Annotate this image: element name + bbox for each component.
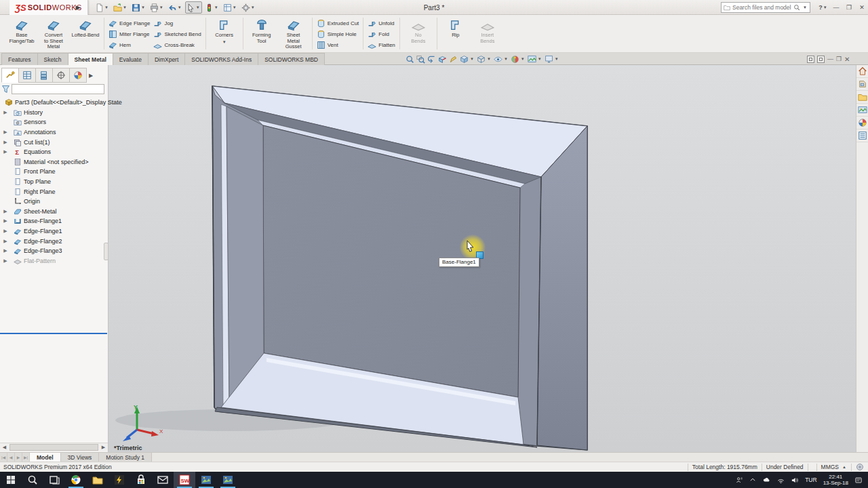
taskbar-solidworks-doc-1-button[interactable] — [195, 472, 217, 488]
tree-item-edge-flange2[interactable]: ▶Edge-Flange2 — [0, 236, 107, 246]
corners-button[interactable]: Corners▼ — [209, 16, 240, 51]
tree-item-origin[interactable]: Origin — [0, 197, 107, 207]
expand-arrow-icon[interactable]: ▶ — [3, 239, 8, 244]
filter-input[interactable] — [12, 84, 104, 94]
onedrive-cloud-icon[interactable] — [762, 476, 771, 484]
tree-item-front[interactable]: Front Plane — [0, 167, 107, 177]
dynamic-annotation-views-button[interactable] — [449, 55, 458, 64]
taskbar-mail-button[interactable] — [152, 472, 174, 488]
people-icon[interactable] — [736, 476, 743, 484]
caret-down-icon[interactable]: ▼ — [159, 5, 163, 9]
filter-funnel-icon[interactable] — [1, 85, 10, 94]
tree-item-history[interactable]: ▶History — [0, 108, 107, 118]
graphics-viewport[interactable]: Y X Base-Flange1 *Trimetric — [108, 65, 856, 452]
hem-button[interactable]: Hem — [107, 40, 151, 50]
flatten-button[interactable]: Flatten — [366, 40, 396, 50]
caret-down-icon[interactable]: ▼ — [123, 5, 127, 9]
file-explorer-button[interactable] — [856, 91, 868, 104]
search-box[interactable]: ▼ — [721, 2, 810, 13]
display-style-button[interactable]: ▼ — [477, 55, 492, 64]
expand-arrow-icon[interactable]: ▶ — [3, 149, 8, 155]
taskbar-microsoft-store-button[interactable] — [130, 472, 152, 488]
view-orientation-button[interactable]: ▼ — [460, 55, 475, 64]
taskbar-start-button[interactable] — [0, 472, 22, 488]
tree-item-sheet-metal[interactable]: ▶Sheet-Metal — [0, 207, 107, 217]
caret-down-icon[interactable]: ▼ — [141, 5, 145, 9]
vent-button[interactable]: Vent — [315, 40, 361, 50]
tree-item-top[interactable]: Top Plane — [0, 177, 107, 187]
volume-icon[interactable] — [791, 476, 799, 484]
tree-item-part3[interactable]: Part3 (Default<<Default>_Display State — [0, 98, 107, 108]
expand-arrow-icon[interactable]: ▶ — [3, 140, 8, 145]
save-button[interactable]: ▼ — [130, 1, 147, 14]
chevron-up-icon[interactable] — [749, 476, 756, 483]
sketched-bend-button[interactable]: Sketched Bend — [152, 29, 202, 39]
unfold-button[interactable]: Unfold — [366, 18, 396, 28]
rollback-bar[interactable] — [0, 333, 107, 334]
panel-tabs-overflow-icon[interactable]: ▶ — [86, 68, 96, 83]
settings-gear-button[interactable]: ▼ — [240, 1, 257, 14]
tab-evaluate[interactable]: Evaluate — [113, 53, 149, 65]
doc-next-icon[interactable] — [817, 56, 825, 63]
tree-item-flat-pattern[interactable]: ▶Flat-Pattern — [0, 256, 107, 266]
tab-solidworks-add-ins[interactable]: SOLIDWORKS Add-Ins — [184, 53, 258, 65]
undo-button[interactable]: ▼ — [167, 1, 184, 14]
tree-item-sensors[interactable]: Sensors — [0, 117, 107, 127]
taskbar-file-explorer-button[interactable] — [87, 472, 108, 488]
panel-tab-displaymanager[interactable] — [69, 68, 87, 83]
appearances-scenes-button[interactable] — [856, 117, 868, 129]
new-document-button[interactable]: ▼ — [94, 1, 111, 14]
tab-dimxpert[interactable]: DimXpert — [148, 53, 185, 65]
tab-motion-study-1[interactable]: Motion Study 1 — [99, 453, 152, 462]
menu-expand-arrow-icon[interactable]: ▶ — [73, 2, 83, 13]
search-scope-icon[interactable] — [724, 4, 730, 11]
caret-down-icon[interactable]: ▼ — [196, 5, 200, 9]
print-button[interactable]: ▼ — [149, 1, 165, 14]
scrollbar-thumb[interactable] — [9, 444, 98, 451]
panel-tab-dimxpertmanager[interactable] — [52, 68, 70, 83]
search-icon[interactable] — [793, 4, 800, 11]
caret-down-icon[interactable]: ▼ — [222, 40, 226, 44]
caret-down-icon[interactable]: ▼ — [251, 5, 255, 9]
close-button[interactable]: ✕ — [856, 2, 868, 13]
restore-button[interactable]: ❐ — [843, 2, 855, 13]
tab-features[interactable]: Features — [1, 53, 38, 65]
miter-flange-button[interactable]: Miter Flange — [107, 29, 151, 39]
taskbar-lightning-app-button[interactable] — [108, 472, 130, 488]
caret-down-icon[interactable]: ▼ — [214, 5, 218, 9]
doc-minimize-button[interactable]: — — [827, 56, 833, 62]
caret-down-icon[interactable]: ▼ — [538, 57, 542, 61]
edit-appearance-button[interactable]: ▼ — [511, 55, 526, 64]
help-button[interactable]: ?▼ — [817, 2, 829, 13]
taskbar-task-view-button[interactable] — [43, 472, 65, 488]
tab-model[interactable]: Model — [30, 453, 61, 462]
expand-arrow-icon[interactable]: ▶ — [3, 129, 8, 135]
panel-tab-featuremanager[interactable] — [1, 68, 19, 83]
taskbar-solidworks-doc-2-button[interactable] — [217, 472, 239, 488]
fold-button[interactable]: Fold — [366, 29, 396, 39]
convert-to-sheet-metal-button[interactable]: Convert to Sheet Metal — [38, 16, 69, 51]
hide-show-items-button[interactable]: ▼ — [494, 55, 509, 64]
expand-arrow-icon[interactable]: ▶ — [3, 218, 8, 224]
taskbar-chrome-button[interactable] — [65, 472, 87, 488]
doc-prev-icon[interactable] — [807, 56, 814, 63]
doc-restore-button[interactable]: ❐ — [836, 56, 842, 62]
rip-button[interactable]: Rip — [440, 16, 471, 51]
open-folder-button[interactable]: ▼ — [112, 1, 129, 14]
panel-tab-propertymanager[interactable] — [18, 68, 36, 83]
caret-down-icon[interactable]: ▼ — [521, 57, 525, 61]
sheet-metal-gusset-button[interactable]: Sheet Metal Gusset — [278, 16, 309, 51]
cross-break-button[interactable]: Cross-Break — [152, 40, 202, 50]
doc-close-button[interactable]: ✕ — [844, 56, 850, 63]
expand-arrow-icon[interactable]: ▶ — [3, 110, 8, 115]
edge-flange-button[interactable]: Edge Flange — [107, 18, 151, 28]
caret-down-icon[interactable]: ▼ — [178, 5, 182, 9]
zoom-to-area-button[interactable] — [416, 55, 425, 64]
caret-down-icon[interactable]: ▼ — [470, 57, 474, 61]
view-palette-button[interactable] — [856, 104, 868, 117]
forming-tool-button[interactable]: Forming Tool — [246, 16, 277, 51]
tree-item-edge-flange1[interactable]: ▶Edge-Flange1 — [0, 226, 107, 237]
expand-arrow-icon[interactable]: ▶ — [3, 228, 8, 234]
minimize-button[interactable]: — — [830, 2, 842, 13]
tab-3d-views[interactable]: 3D Views — [61, 453, 100, 462]
